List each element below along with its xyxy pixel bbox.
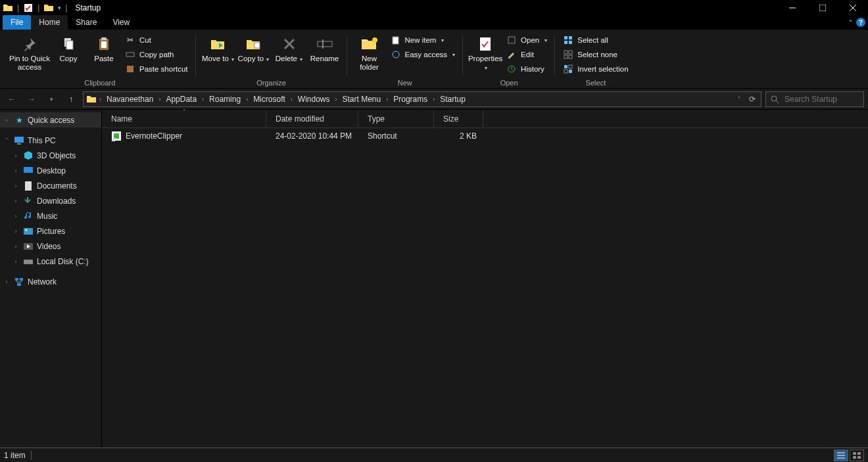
sort-ascending-icon: ˄ <box>183 108 185 114</box>
chevron-right-icon[interactable]: › <box>12 183 20 189</box>
new-item-button[interactable]: New item▾ <box>388 34 458 47</box>
column-header-name[interactable]: Name ˄ <box>102 110 266 127</box>
search-input[interactable] <box>783 94 856 104</box>
move-to-button[interactable]: Move to ▾ <box>201 32 235 64</box>
chevron-right-icon[interactable]: › <box>199 96 206 103</box>
chevron-right-icon[interactable]: › <box>97 96 104 103</box>
breadcrumb-item[interactable]: Start Menu <box>340 95 384 104</box>
column-header-date[interactable]: Date modified <box>266 110 358 127</box>
forward-button[interactable]: → <box>24 91 39 107</box>
column-header-size[interactable]: Size <box>434 110 483 127</box>
tab-view[interactable]: View <box>105 15 137 30</box>
chevron-right-icon[interactable]: › <box>383 96 391 103</box>
select-all-button[interactable]: Select all <box>560 34 631 47</box>
chevron-right-icon[interactable]: › <box>12 258 20 265</box>
rename-button[interactable]: Rename <box>308 32 342 63</box>
invert-selection-button[interactable]: Invert selection <box>560 62 631 76</box>
search-box[interactable] <box>765 91 864 107</box>
minimize-button[interactable] <box>777 0 808 15</box>
open-button[interactable]: Open▾ <box>504 34 550 47</box>
chevron-down-icon[interactable]: ˅ <box>3 137 11 144</box>
details-view-button[interactable] <box>834 450 848 461</box>
chevron-right-icon[interactable]: › <box>333 96 340 103</box>
pin-to-quick-access-button[interactable]: Pin to Quick access <box>9 32 50 72</box>
help-icon[interactable]: ? <box>856 18 865 27</box>
breadcrumb-item[interactable]: Programs <box>391 95 430 104</box>
copy-button[interactable]: Copy <box>51 32 85 63</box>
nav-label: This PC <box>28 136 56 145</box>
nav-videos[interactable]: ›Videos <box>0 239 101 254</box>
rename-label: Rename <box>310 55 339 63</box>
monitor-icon <box>13 135 25 146</box>
breadcrumb-item[interactable]: Startup <box>437 95 468 104</box>
folder-qat-icon[interactable] <box>43 3 54 13</box>
chevron-right-icon[interactable]: › <box>156 96 163 103</box>
svg-rect-53 <box>853 456 856 459</box>
nav-local-disk[interactable]: ›Local Disk (C:) <box>0 254 101 269</box>
edit-label: Edit <box>521 51 534 58</box>
easy-access-button[interactable]: Easy access▾ <box>388 48 458 61</box>
address-dropdown-icon[interactable]: ˅ <box>738 96 741 103</box>
nav-downloads[interactable]: ›Downloads <box>0 193 101 208</box>
chevron-right-icon[interactable]: › <box>12 152 20 159</box>
thumbnails-view-button[interactable] <box>850 450 864 461</box>
back-button[interactable]: ← <box>4 91 20 107</box>
chevron-right-icon[interactable]: › <box>288 96 295 103</box>
chevron-right-icon[interactable]: › <box>243 96 251 103</box>
up-button[interactable]: ↑ <box>63 91 79 107</box>
chevron-right-icon[interactable]: › <box>430 96 437 103</box>
recent-locations-button[interactable]: ▾ <box>43 91 59 107</box>
chevron-right-icon[interactable]: › <box>3 279 11 285</box>
svg-rect-11 <box>127 66 133 72</box>
maximize-button[interactable] <box>808 0 838 15</box>
refresh-button[interactable]: ⟳ <box>745 95 760 104</box>
nav-documents[interactable]: ›Documents <box>0 178 101 193</box>
svg-rect-8 <box>101 37 107 40</box>
breadcrumb-item[interactable]: Roaming <box>206 95 243 104</box>
qat-dropdown-icon[interactable]: ▾ <box>58 5 61 11</box>
nav-music[interactable]: ›Music <box>0 208 101 223</box>
tab-home[interactable]: Home <box>31 15 68 30</box>
paste-shortcut-button[interactable]: Paste shortcut <box>122 62 191 76</box>
tab-share[interactable]: Share <box>68 15 105 30</box>
breadcrumb-item[interactable]: Microsoft <box>251 95 288 104</box>
chevron-right-icon[interactable]: › <box>3 117 11 124</box>
nav-this-pc[interactable]: ˅ This PC <box>0 133 101 148</box>
folder-icon <box>86 94 97 104</box>
nav-3d-objects[interactable]: ›3D Objects <box>0 148 101 163</box>
breadcrumb-item[interactable]: AppData <box>163 95 199 104</box>
chevron-right-icon[interactable]: › <box>12 168 20 174</box>
copy-to-button[interactable]: Copy to ▾ <box>237 32 271 64</box>
delete-button[interactable]: Delete ▾ <box>272 32 306 64</box>
edit-button[interactable]: Edit <box>504 48 550 61</box>
breadcrumb-item[interactable]: Navaneethan <box>104 95 156 104</box>
chevron-right-icon[interactable]: › <box>12 228 20 235</box>
nav-pictures[interactable]: ›Pictures <box>0 223 101 239</box>
new-folder-button[interactable]: New folder <box>352 32 387 72</box>
chevron-right-icon[interactable]: › <box>12 198 20 204</box>
column-header-type[interactable]: Type <box>358 110 434 127</box>
nav-network[interactable]: › Network <box>0 274 101 289</box>
file-row[interactable]: EvernoteClipper 24-02-2020 10:44 PM Shor… <box>102 128 868 144</box>
svg-rect-52 <box>857 452 861 455</box>
body: › ★ Quick access ˅ This PC ›3D Objects ›… <box>0 110 868 448</box>
collapse-ribbon-icon[interactable]: ˄ <box>849 19 852 26</box>
select-none-button[interactable]: Select none <box>560 48 631 61</box>
copy-path-button[interactable]: Copy path <box>122 48 191 61</box>
nav-desktop[interactable]: ›Desktop <box>0 163 101 178</box>
history-button[interactable]: History <box>504 62 550 76</box>
address-bar[interactable]: › Navaneethan› AppData› Roaming› Microso… <box>83 91 761 107</box>
properties-label: Properties <box>468 55 502 62</box>
chevron-right-icon[interactable]: › <box>12 243 20 250</box>
breadcrumb-item[interactable]: Windows <box>295 95 333 104</box>
tab-file[interactable]: File <box>3 15 31 30</box>
properties-icon <box>475 35 496 53</box>
nav-quick-access[interactable]: › ★ Quick access <box>0 112 101 127</box>
cut-button[interactable]: ✂Cut <box>122 34 191 47</box>
properties-qat-icon[interactable] <box>23 3 34 13</box>
paste-button[interactable]: Paste <box>87 32 121 63</box>
properties-button[interactable]: Properties ▾ <box>468 32 502 72</box>
close-button[interactable] <box>838 0 868 15</box>
chevron-right-icon[interactable]: › <box>12 213 20 219</box>
nav-label: 3D Objects <box>37 151 76 160</box>
